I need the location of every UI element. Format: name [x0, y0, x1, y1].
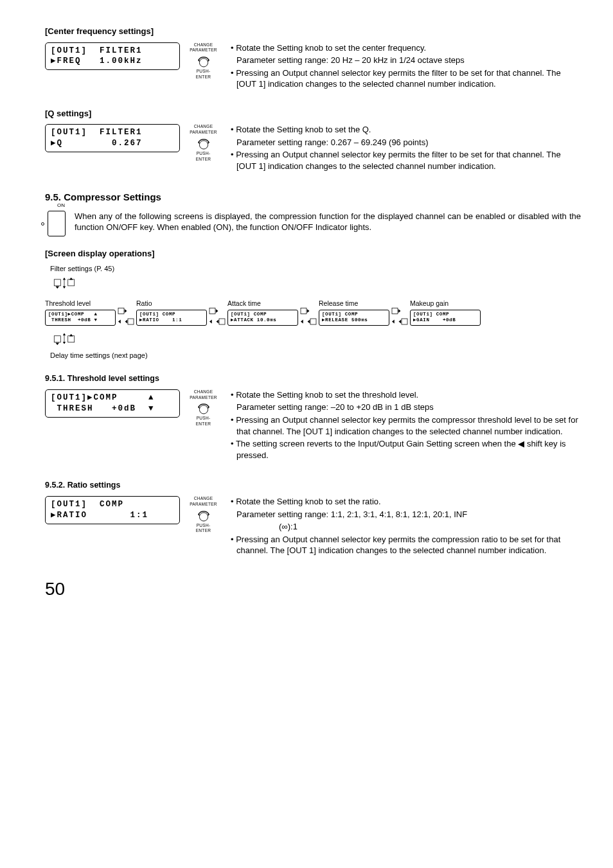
- svg-point-43: [199, 512, 208, 520]
- bullet: • Pressing an Output channel selector ke…: [231, 149, 581, 172]
- svg-rect-22: [301, 308, 306, 314]
- onoff-key[interactable]: [48, 211, 66, 236]
- mini-l2: ▶GAIN +0dB: [413, 317, 456, 323]
- bullet: • Rotate the Setting knob to set the cen…: [231, 42, 581, 54]
- ratio-text: • Rotate the Setting knob to set the rat…: [231, 496, 581, 558]
- svg-rect-29: [402, 319, 407, 324]
- svg-rect-10: [68, 279, 75, 286]
- lcd-line1: [OUT1] FILTER1: [51, 128, 143, 137]
- knob-icon: [196, 508, 211, 523]
- bullet: • Pressing an Output channel selector ke…: [231, 414, 581, 437]
- ratio-row: [OUT1] COMP ▶RATIO 1:1 CHANGE PARAMETER …: [45, 496, 581, 558]
- svg-marker-21: [209, 319, 212, 323]
- svg-point-40: [199, 405, 208, 414]
- bullet: • Pressing an Output channel selector ke…: [231, 534, 581, 556]
- svg-rect-19: [219, 319, 225, 324]
- svg-marker-9: [63, 287, 66, 289]
- svg-rect-12: [118, 308, 124, 314]
- setting-knob[interactable]: CHANGE PARAMETER PUSH-ENTER: [189, 124, 218, 162]
- threshold-lcd: [OUT1]▶COMP ▲ THRESH +0dB ▼: [45, 389, 180, 418]
- shift-arrows-icon: [297, 307, 320, 326]
- svg-marker-23: [307, 309, 310, 313]
- setting-knob[interactable]: CHANGE PARAMETER PUSH-ENTER: [189, 42, 218, 80]
- bullet-sub2: (∞):1: [266, 521, 305, 533]
- flow-label: Ratio: [136, 299, 152, 308]
- bullet: • The setting screen reverts to the Inpu…: [231, 438, 581, 461]
- center-freq-heading: [Center frequency settings]: [45, 26, 581, 37]
- svg-rect-17: [209, 308, 215, 314]
- knob-top-label: CHANGE PARAMETER: [190, 124, 217, 136]
- svg-marker-34: [63, 333, 66, 335]
- svg-marker-26: [301, 319, 303, 323]
- mini-lcd: [OUT1] COMP ▶RELEASE 500ms: [319, 310, 389, 326]
- svg-marker-30: [399, 319, 402, 323]
- lcd-line1: [OUT1] COMP: [51, 500, 124, 509]
- svg-point-2: [199, 58, 208, 67]
- center-freq-text: • Rotate the Setting knob to set the cen…: [231, 42, 581, 91]
- knob-icon: [196, 400, 211, 416]
- svg-marker-15: [125, 319, 128, 323]
- svg-marker-13: [125, 309, 127, 313]
- mini-lcd: [OUT1] COMP ▶RATIO 1:1: [136, 310, 207, 326]
- svg-rect-32: [54, 335, 60, 342]
- delay-ref: Delay time settings (next page): [50, 351, 581, 360]
- center-freq-lcd: [OUT1] FILTER1 ▶FREQ 1.00kHz: [45, 42, 180, 71]
- compressor-intro: When any of the following screens is dis…: [75, 211, 581, 233]
- svg-marker-16: [118, 319, 121, 323]
- flow-label: Attack time: [227, 299, 261, 308]
- ratio-heading: 9.5.2. Ratio settings: [45, 480, 581, 491]
- svg-marker-28: [398, 309, 401, 313]
- svg-rect-14: [128, 319, 134, 324]
- mini-lcd: [OUT1] COMP ▶ATTACK 10.0ms: [227, 310, 298, 326]
- svg-rect-6: [54, 279, 60, 286]
- q-heading: [Q settings]: [45, 108, 581, 120]
- flow-label: Release time: [319, 299, 358, 308]
- setting-knob[interactable]: CHANGE PARAMETER PUSH-ENTER: [189, 496, 218, 534]
- on-label: ON: [57, 202, 65, 209]
- mini-l1: [OUT1] COMP: [413, 312, 449, 317]
- flow-threshold: Threshold level [OUT1]▶COMP ▲ THRESH +0d…: [45, 299, 116, 326]
- lcd-line2: ▶Q 0.267: [51, 139, 143, 148]
- shift-arrows-icon: [388, 307, 411, 326]
- knob-icon: [196, 136, 211, 151]
- knob-bottom-label: PUSH-ENTER: [189, 151, 218, 163]
- mini-l2: THRESH +0dB ▼: [48, 317, 98, 323]
- compressor-intro-row: ON When any of the following screens is …: [45, 211, 581, 236]
- screen-flow: Threshold level [OUT1]▶COMP ▲ THRESH +0d…: [45, 298, 581, 326]
- filter-ref: Filter settings (P. 45): [50, 264, 581, 274]
- flow-ratio: Ratio [OUT1] COMP ▶RATIO 1:1: [136, 299, 207, 326]
- svg-marker-35: [63, 342, 66, 344]
- svg-marker-37: [69, 334, 73, 337]
- q-lcd: [OUT1] FILTER1 ▶Q 0.267: [45, 124, 180, 152]
- svg-marker-8: [63, 278, 66, 280]
- mini-l2: ▶ATTACK 10.0ms: [231, 317, 276, 323]
- knob-top-label: CHANGE PARAMETER: [190, 389, 217, 401]
- shift-arrows-icon: [206, 307, 229, 326]
- threshold-heading: 9.5.1. Threshold level settings: [45, 373, 581, 384]
- svg-marker-25: [308, 319, 310, 323]
- nav-arrows-icon: [51, 332, 84, 346]
- bullet-sub: Parameter setting range: 1:1, 2:1, 3:1, …: [231, 509, 581, 520]
- flow-release: Release time [OUT1] COMP ▶RELEASE 500ms: [319, 299, 389, 326]
- mini-lcd: [OUT1]▶COMP ▲ THRESH +0dB ▼: [45, 310, 116, 326]
- svg-marker-31: [392, 319, 395, 323]
- svg-marker-20: [217, 319, 219, 323]
- bullet: • Rotate the Setting knob to set the thr…: [231, 389, 581, 401]
- q-text: • Rotate the Setting knob to set the Q. …: [231, 124, 581, 173]
- bullet: • Rotate the Setting knob to set the rat…: [231, 496, 581, 508]
- knob-top-label: CHANGE PARAMETER: [190, 496, 217, 508]
- mini-l1: [OUT1]▶COMP ▲: [48, 312, 98, 317]
- setting-knob[interactable]: CHANGE PARAMETER PUSH-ENTER: [189, 389, 218, 427]
- bullet: • Pressing an Output channel selector ke…: [231, 67, 581, 90]
- nav-arrows-icon: [51, 277, 84, 291]
- svg-rect-27: [392, 308, 398, 314]
- svg-point-5: [199, 141, 208, 149]
- knob-bottom-label: PUSH-ENTER: [189, 523, 218, 535]
- onoff-indicator: [41, 222, 44, 226]
- svg-marker-18: [216, 309, 218, 313]
- compressor-heading: 9.5. Compressor Settings: [45, 191, 581, 204]
- mini-lcd: [OUT1] COMP ▶GAIN +0dB: [410, 310, 481, 326]
- lcd-line1: [OUT1] FILTER1: [51, 46, 143, 55]
- threshold-row: [OUT1]▶COMP ▲ THRESH +0dB ▼ CHANGE PARAM…: [45, 389, 581, 462]
- flow-label: Makeup gain: [410, 299, 449, 308]
